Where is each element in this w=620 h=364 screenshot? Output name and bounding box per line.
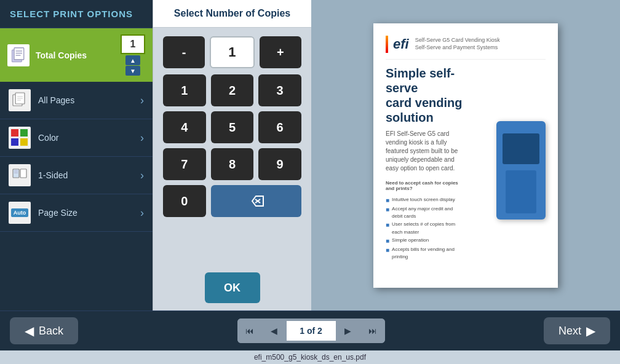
preview-page: efi Self-Serve G5 Card Vending Kiosk Sel… (373, 23, 558, 288)
spinner-arrows: ▲ ▼ (125, 55, 140, 76)
left-panel: SELECT PRINT OPTIONS Total Copies 1 ▲ ▼ (0, 0, 153, 311)
page-size-arrow: › (140, 207, 144, 220)
svg-rect-1 (14, 47, 24, 59)
numpad-body: - 1 + 1 2 3 4 5 6 7 8 9 0 (153, 28, 311, 263)
page-indicator: 1 of 2 (287, 321, 336, 341)
copy-icon (10, 47, 27, 64)
back-label: Back (39, 325, 63, 338)
numpad-display: 1 (210, 36, 254, 68)
numpad-panel: Select Number of Copies - 1 + 1 2 3 4 5 … (153, 0, 311, 311)
numpad-toprow: - 1 + (163, 36, 301, 68)
sided-icon (9, 164, 31, 186)
digit-1-button[interactable]: 1 (163, 74, 206, 106)
page-size-option[interactable]: Auto Page Size › (0, 194, 153, 232)
minus-button[interactable]: - (163, 36, 205, 68)
sided-label: 1-Sided (38, 170, 133, 180)
efi-logo-bar (386, 36, 388, 53)
back-chevron-icon: ◀ (25, 323, 34, 338)
next-page-button[interactable]: ▶ (336, 318, 360, 343)
digit-6-button[interactable]: 6 (258, 111, 301, 143)
filename-bar: efi_m500_g5_kiosk_ds_en_us.pdf (0, 350, 620, 364)
numpad-ok-row: OK (153, 263, 311, 311)
digit-5-button[interactable]: 5 (211, 111, 254, 143)
first-page-button[interactable]: ⏮ (237, 318, 262, 343)
total-copies-label: Total Copies (36, 50, 114, 60)
kiosk-body-detail (506, 170, 536, 213)
next-label: Next (558, 325, 581, 338)
prev-page-button[interactable]: ◀ (262, 318, 287, 343)
color-arrow: › (140, 132, 144, 144)
preview-area: efi Self-Serve G5 Card Vending Kiosk Sel… (311, 0, 620, 311)
all-pages-icon (9, 89, 31, 111)
auto-badge: Auto (11, 208, 29, 217)
sided-arrow: › (140, 169, 144, 182)
preview-header: efi Self-Serve G5 Card Vending Kiosk Sel… (386, 36, 546, 60)
all-pages-arrow: › (140, 94, 144, 107)
spinner-down[interactable]: ▼ (125, 66, 140, 76)
backspace-button[interactable] (211, 185, 301, 217)
digit-7-button[interactable]: 7 (163, 148, 206, 180)
preview-image-area (469, 66, 546, 275)
next-chevron-icon: ▶ (586, 323, 595, 338)
digit-2-button[interactable]: 2 (211, 74, 254, 106)
copies-value: 1 (121, 34, 145, 54)
last-page-button[interactable]: ⏭ (360, 318, 385, 343)
ok-button[interactable]: OK (205, 272, 260, 303)
page-size-label: Page Size (38, 208, 133, 218)
bottom-wrapper: ◀ Back ⏮ ◀ 1 of 2 ▶ ⏭ Next ▶ efi_m500_g5… (0, 311, 620, 364)
preview-tagline: Self-Serve G5 Card Vending Kiosk Self-Se… (415, 37, 500, 51)
color-option[interactable]: Color › (0, 119, 153, 157)
svg-rect-10 (13, 169, 19, 178)
digit-0-button[interactable]: 0 (163, 185, 206, 217)
color-icon (9, 127, 31, 149)
sided-option[interactable]: 1-Sided › (0, 157, 153, 194)
digit-3-button[interactable]: 3 (258, 74, 301, 106)
total-copies-row: Total Copies 1 ▲ ▼ (0, 28, 153, 82)
plus-button[interactable]: + (260, 36, 301, 68)
numpad-header: Select Number of Copies (153, 0, 311, 28)
back-button[interactable]: ◀ Back (10, 317, 78, 344)
digit-4-button[interactable]: 4 (163, 111, 206, 143)
color-label: Color (38, 133, 133, 143)
svg-rect-11 (20, 169, 26, 178)
digit-9-button[interactable]: 9 (258, 148, 301, 180)
next-button[interactable]: Next ▶ (544, 317, 610, 344)
callout-label: Need to accept cash for copies and print… (386, 180, 463, 191)
preview-bullets: ■Intuitive touch screen display ■Accept … (386, 196, 463, 262)
kiosk-graphic (496, 121, 546, 220)
kiosk-screen (503, 133, 539, 164)
all-pages-label: All Pages (38, 95, 133, 105)
preview-subtitle: EFI Self-Serve G5 card vending kiosk is … (386, 130, 463, 173)
page-size-icon: Auto (9, 202, 31, 224)
copies-spinner: 1 ▲ ▼ (121, 34, 145, 76)
left-panel-header: SELECT PRINT OPTIONS (0, 0, 153, 28)
spinner-up[interactable]: ▲ (125, 55, 140, 65)
bottom-bar: ◀ Back ⏮ ◀ 1 of 2 ▶ ⏭ Next ▶ (0, 311, 620, 350)
total-copies-icon (7, 44, 30, 66)
preview-title: Simple self-serve card vending solution (386, 66, 463, 125)
digit-8-button[interactable]: 8 (211, 148, 254, 180)
numpad-grid: 1 2 3 4 5 6 7 8 9 0 (163, 74, 301, 217)
all-pages-option[interactable]: All Pages › (0, 82, 153, 119)
efi-logo-text: efi (393, 36, 409, 52)
nav-controls: ⏮ ◀ 1 of 2 ▶ ⏭ (237, 318, 385, 343)
